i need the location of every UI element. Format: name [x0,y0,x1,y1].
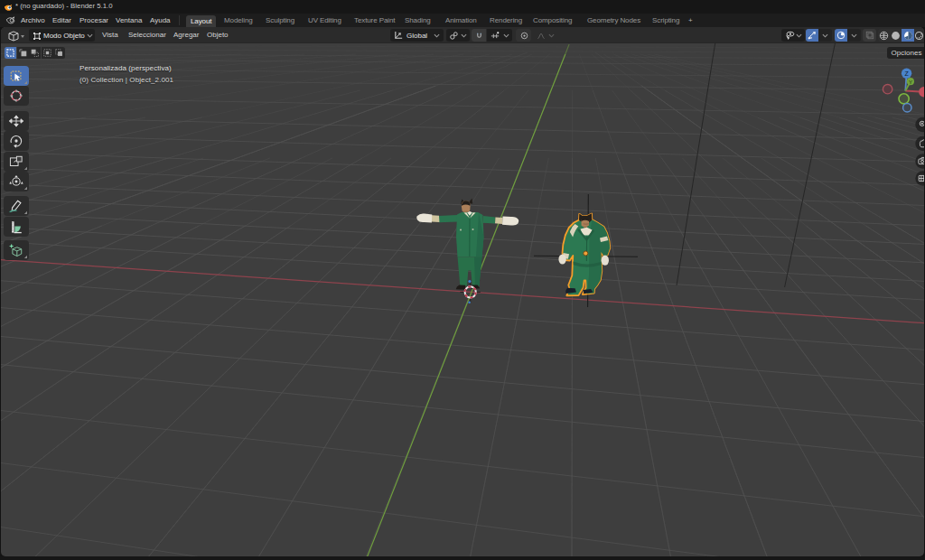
svg-text:Z: Z [904,70,909,77]
svg-text:Y: Y [909,79,912,85]
